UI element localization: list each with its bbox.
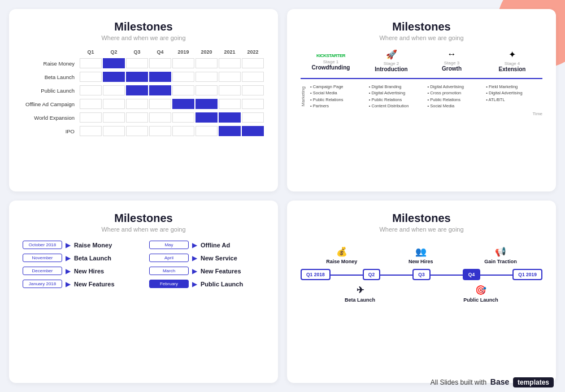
stage-item: Field Marketing xyxy=(486,84,540,90)
ht-node-q12019: Q1 2019 xyxy=(512,269,542,280)
timeline-date-badge: February xyxy=(149,280,189,288)
gantt-row: IPO xyxy=(23,125,264,137)
gantt-cell xyxy=(149,72,171,82)
timeline-date-badge: November xyxy=(23,254,62,262)
stage-item: Social Media xyxy=(310,90,364,96)
footer-text: All Slides built with xyxy=(431,378,486,386)
timeline-arrow-icon: ▶ xyxy=(192,241,197,249)
footer: All Slides built with Base templates xyxy=(431,377,554,386)
timeline-event-label: Raise Money xyxy=(74,242,112,249)
card-stages: Milestones Where and when we are going K… xyxy=(287,9,556,191)
timeline-entry: February▶Public Launch xyxy=(149,280,264,288)
gantt-cells xyxy=(79,58,264,68)
gantt-cell xyxy=(103,85,125,95)
timeline-entry: March▶New Features xyxy=(149,267,264,275)
ht-bottom-event-public-launch: 🎯 Public Launch xyxy=(463,285,498,303)
ht-icon: 👥 xyxy=(415,246,427,257)
gantt-cell xyxy=(242,72,264,82)
gantt-cells xyxy=(79,85,264,95)
stage-num: Stage 3 xyxy=(424,60,480,66)
timeline-entry: January 2018▶New Features xyxy=(23,280,138,288)
stage-num: Stage 4 xyxy=(484,61,540,66)
stage-item: Public Relations xyxy=(428,97,482,103)
gantt-col-label: Q4 xyxy=(149,49,172,55)
gantt-cell xyxy=(195,99,218,109)
ht-node-q4: Q4 xyxy=(463,269,480,280)
ht-icon: 💰 xyxy=(336,246,347,257)
stage-icon: 🚀 xyxy=(363,49,419,60)
gantt-cell xyxy=(219,85,241,95)
timeline-date-badge: March xyxy=(149,267,189,275)
stage-item: Social Media xyxy=(428,103,482,109)
stage-num: Stage 2 xyxy=(363,61,419,66)
gantt-cell xyxy=(103,112,125,123)
time-label: Time xyxy=(301,111,542,116)
ht-bottom-event-beta-launch: ✈ Beta Launch xyxy=(345,285,375,303)
gantt-cell xyxy=(103,126,125,136)
gantt-row-label: Public Launch xyxy=(23,88,79,94)
stage-col-growth: ↔ Stage 3 Growth xyxy=(421,49,482,72)
timeline-entry: December▶New Hires xyxy=(23,267,138,275)
card4-title: Milestones xyxy=(301,212,542,225)
gantt-row-label: Beta Launch xyxy=(23,74,79,80)
gantt-cell xyxy=(172,126,194,136)
gantt-col-label: 2021 xyxy=(218,49,241,55)
ht-bottom-icon: 🎯 xyxy=(475,285,486,295)
stage-item: Digital Advertising xyxy=(428,84,482,90)
stage-item: Digital Advertising xyxy=(369,90,423,96)
gantt-cell xyxy=(126,72,148,82)
timeline-event-label: Beta Launch xyxy=(74,255,111,262)
gantt-row-label: Raise Money xyxy=(23,60,79,67)
gantt-cell xyxy=(80,112,102,123)
gantt-cell xyxy=(103,99,125,109)
stages-top: KICKSTARTER Stage 1 Crowdfunding 🚀 Stage… xyxy=(301,49,542,72)
gantt-cell xyxy=(242,126,264,136)
stage-items-row: Campaign PageSocial MediaPublic Relation… xyxy=(308,84,542,109)
stage-item: Campaign Page xyxy=(310,84,364,90)
gantt-col-label: Q1 xyxy=(79,49,102,55)
gantt-cell xyxy=(172,72,194,82)
timeline-date-badge: December xyxy=(23,267,62,275)
gantt-cell xyxy=(242,112,264,123)
stage-name: Introduction xyxy=(363,66,419,72)
stage-item: Digital Advertising xyxy=(486,90,540,96)
timeline-event-label: New Features xyxy=(74,281,115,288)
gantt-cell xyxy=(219,99,241,109)
gantt-row: Public Launch xyxy=(23,84,264,97)
gantt-cell xyxy=(126,112,148,123)
stage-col-crowdfunding: KICKSTARTER Stage 1 Crowdfunding xyxy=(301,49,361,71)
ht-icon: 📢 xyxy=(495,246,506,257)
timeline-entry: November▶Beta Launch xyxy=(23,254,138,262)
gantt-cell xyxy=(80,85,102,95)
gantt-cell xyxy=(219,58,241,68)
gantt-cell xyxy=(149,99,171,109)
timeline-arrow-icon: ▶ xyxy=(66,241,71,249)
ht-event-gain-traction: 📢 Gain Traction xyxy=(484,246,517,264)
timeline-entry: October 2018▶Raise Money xyxy=(23,241,138,249)
gantt-cell xyxy=(149,85,171,95)
timeline-entry: May▶Offline Ad xyxy=(149,241,264,249)
gantt-row: Beta Launch xyxy=(23,71,264,83)
timeline-list: October 2018▶Raise MoneyNovember▶Beta La… xyxy=(23,241,264,288)
stage-num: Stage 1 xyxy=(303,59,359,64)
card-timeline-list: Milestones Where and when we are going O… xyxy=(9,201,278,383)
stages-middle: Marketing Campaign PageSocial MediaPubli… xyxy=(301,78,542,109)
gantt-cell xyxy=(219,72,241,82)
gantt-cell xyxy=(242,99,264,109)
timeline-entry: April▶New Service xyxy=(149,254,264,262)
gantt-cells xyxy=(79,72,264,82)
ht-bottom-icon: ✈ xyxy=(357,285,364,295)
ht-top: 💰 Raise Money 👥 New Hires 📢 Gain Tractio… xyxy=(301,246,542,264)
ht-event-label: Gain Traction xyxy=(484,259,517,264)
ht-bottom-event-label: Public Launch xyxy=(463,297,498,303)
gantt-row: Raise Money xyxy=(23,57,264,69)
card-htimeline: Milestones Where and when we are going 💰… xyxy=(287,201,556,383)
gantt-col-label: 2019 xyxy=(172,49,195,55)
gantt-col-label: 2020 xyxy=(195,49,218,55)
ht-node-q2: Q2 xyxy=(363,269,380,280)
kickstarter-logo: KICKSTARTER xyxy=(316,53,345,58)
timeline-date-badge: April xyxy=(149,254,189,262)
stage-icon: ↔ xyxy=(424,49,480,59)
gantt-cell xyxy=(80,126,102,136)
timeline-event-label: New Service xyxy=(201,255,237,262)
